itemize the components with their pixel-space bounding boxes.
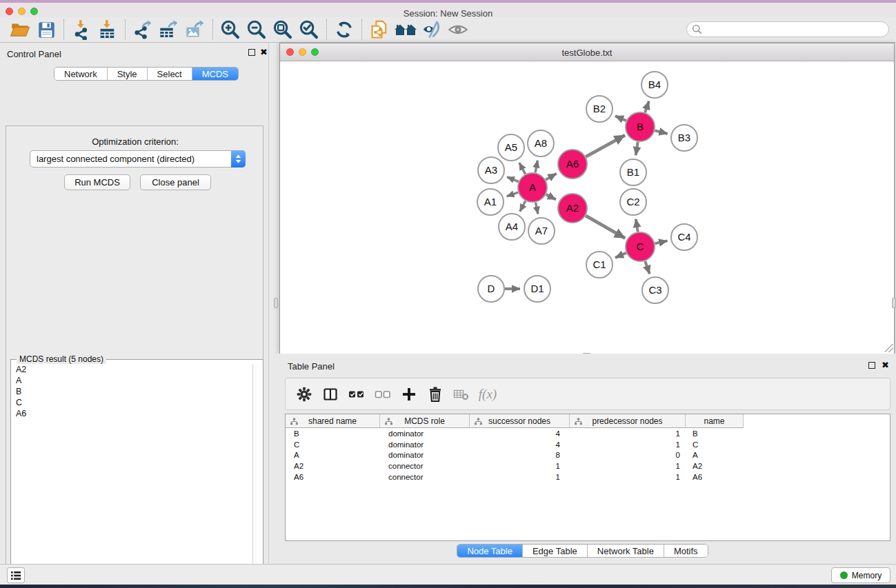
delete-column-icon[interactable] bbox=[422, 383, 448, 406]
node-table[interactable]: shared nameMCDS rolesuccessor nodesprede… bbox=[285, 414, 890, 541]
mcds-result-list[interactable]: A2ABCA6 bbox=[12, 364, 253, 588]
dropdown-stepper-icon bbox=[231, 150, 246, 168]
left-divider-grip[interactable] bbox=[274, 298, 278, 308]
toolbar-separator bbox=[326, 19, 327, 40]
edge-C-C4[interactable] bbox=[655, 241, 667, 243]
node-label-B2: B2 bbox=[593, 103, 606, 114]
node-label-A3: A3 bbox=[485, 164, 497, 176]
column-header-name[interactable]: name bbox=[686, 414, 744, 428]
result-item[interactable]: B bbox=[12, 386, 253, 397]
show-graphics-icon[interactable] bbox=[445, 19, 471, 41]
edge-A-A3[interactable] bbox=[507, 177, 519, 182]
resize-grip[interactable] bbox=[885, 344, 893, 352]
criterion-dropdown[interactable]: largest connected component (directed) bbox=[30, 150, 246, 168]
export-network-icon[interactable] bbox=[130, 19, 156, 41]
table-row[interactable]: A6connector11A6 bbox=[286, 472, 890, 483]
edge-A6-B[interactable] bbox=[586, 135, 625, 156]
edge-A-A8[interactable] bbox=[535, 161, 537, 173]
zoom-fit-icon[interactable] bbox=[270, 19, 296, 41]
table-row[interactable]: Cdominator41C bbox=[286, 439, 890, 450]
table-float-icon[interactable] bbox=[868, 362, 875, 369]
node-label-D: D bbox=[488, 283, 495, 294]
result-item[interactable]: C bbox=[12, 397, 253, 408]
column-header-successor-nodes[interactable]: successor nodes bbox=[470, 414, 570, 428]
network-canvas[interactable]: AA1A2A3A4A5A6A7A8BB1B2B3B4CC1C2C3C4DD1 bbox=[280, 62, 894, 354]
edge-A-A5[interactable] bbox=[519, 163, 526, 174]
network-view-window: testGlobe.txt AA1A2A3A4A5A6A7A8BB1B2B3B4… bbox=[279, 43, 895, 354]
tab-network[interactable]: Network bbox=[54, 68, 108, 80]
result-item[interactable]: A6 bbox=[12, 408, 253, 419]
column-header-shared-name[interactable]: shared name bbox=[286, 414, 380, 428]
import-table-icon[interactable] bbox=[94, 19, 121, 41]
edge-A2-C[interactable] bbox=[586, 216, 625, 239]
tab-style[interactable]: Style bbox=[108, 68, 148, 80]
search-input[interactable] bbox=[686, 21, 889, 37]
tab-motifs[interactable]: Motifs bbox=[664, 545, 708, 557]
edge-B-B4[interactable] bbox=[645, 101, 649, 113]
delete-table-icon[interactable] bbox=[448, 383, 475, 406]
open-file-icon[interactable] bbox=[7, 19, 33, 41]
node-label-A8: A8 bbox=[535, 137, 547, 149]
settings-gear-icon[interactable] bbox=[291, 383, 317, 406]
save-session-icon[interactable] bbox=[33, 19, 59, 41]
table-row[interactable]: Bdominator41B bbox=[286, 428, 890, 439]
float-panel-icon[interactable] bbox=[248, 49, 255, 56]
zoom-out-icon[interactable] bbox=[243, 19, 270, 41]
import-network-icon[interactable] bbox=[68, 19, 94, 41]
result-item[interactable]: A bbox=[12, 375, 253, 386]
select-all-icon[interactable] bbox=[344, 383, 370, 406]
edge-B-B1[interactable] bbox=[636, 142, 638, 156]
edge-C-C3[interactable] bbox=[645, 261, 650, 274]
memory-button[interactable]: Memory bbox=[831, 567, 890, 583]
table-row[interactable]: A2connector11A2 bbox=[286, 460, 890, 472]
table-close-icon[interactable]: ✖ bbox=[882, 361, 889, 369]
export-image-icon[interactable] bbox=[182, 19, 208, 41]
main-titlebar[interactable]: Session: New Session bbox=[0, 3, 896, 17]
result-scrollbar[interactable] bbox=[252, 364, 262, 588]
edge-A-A2[interactable] bbox=[546, 194, 556, 199]
edge-B-B2[interactable] bbox=[615, 116, 626, 121]
column-view-icon[interactable] bbox=[317, 383, 344, 406]
cell-name: A6 bbox=[686, 472, 744, 483]
hide-graphics-icon[interactable] bbox=[419, 19, 445, 41]
run-mcds-button[interactable]: Run MCDS bbox=[64, 174, 130, 190]
task-history-button[interactable] bbox=[7, 567, 25, 583]
node-label-A4: A4 bbox=[506, 221, 518, 232]
tab-select[interactable]: Select bbox=[148, 68, 192, 80]
tab-mcds[interactable]: MCDS bbox=[192, 68, 238, 80]
column-header-predecessor-nodes[interactable]: predecessor nodes bbox=[570, 414, 686, 428]
network-window-titlebar[interactable]: testGlobe.txt bbox=[280, 43, 894, 61]
edge-A-A1[interactable] bbox=[507, 192, 519, 196]
table-row[interactable]: Adominator80A bbox=[286, 450, 890, 461]
edge-C-C1[interactable] bbox=[615, 253, 626, 258]
export-table-icon[interactable] bbox=[156, 19, 182, 41]
deselect-all-icon[interactable] bbox=[370, 383, 396, 406]
edge-C-C2[interactable] bbox=[636, 219, 638, 232]
edge-A-A6[interactable] bbox=[546, 174, 557, 180]
home-view-icon[interactable] bbox=[392, 19, 419, 41]
edge-A-A7[interactable] bbox=[535, 203, 538, 214]
node-label-D1: D1 bbox=[530, 283, 544, 294]
close-panel-button[interactable]: Close panel bbox=[140, 174, 211, 190]
close-panel-icon[interactable]: ✖ bbox=[260, 48, 268, 57]
edge-B-B3[interactable] bbox=[655, 130, 667, 134]
add-column-icon[interactable] bbox=[396, 383, 422, 406]
toolbar-separator bbox=[125, 19, 126, 40]
column-header-MCDS-role[interactable]: MCDS role bbox=[380, 414, 470, 428]
refresh-view-icon[interactable] bbox=[331, 19, 357, 41]
network-documents-icon[interactable] bbox=[366, 19, 392, 41]
fx-label: f(x) bbox=[479, 387, 497, 402]
tab-network-table[interactable]: Network Table bbox=[588, 545, 664, 557]
function-builder-icon[interactable]: f(x) bbox=[475, 383, 501, 406]
right-divider-grip[interactable] bbox=[892, 298, 896, 308]
node-label-B: B bbox=[637, 121, 644, 132]
result-item[interactable]: A2 bbox=[12, 364, 253, 375]
cell-name: A bbox=[686, 450, 744, 461]
node-label-C3: C3 bbox=[648, 284, 661, 296]
tab-node-table[interactable]: Node Table bbox=[457, 545, 523, 557]
zoom-in-icon[interactable] bbox=[217, 19, 243, 41]
edge-A-A4[interactable] bbox=[520, 201, 526, 211]
node-label-A: A bbox=[529, 181, 536, 193]
tab-edge-table[interactable]: Edge Table bbox=[523, 545, 588, 557]
zoom-selected-icon[interactable] bbox=[296, 19, 322, 41]
